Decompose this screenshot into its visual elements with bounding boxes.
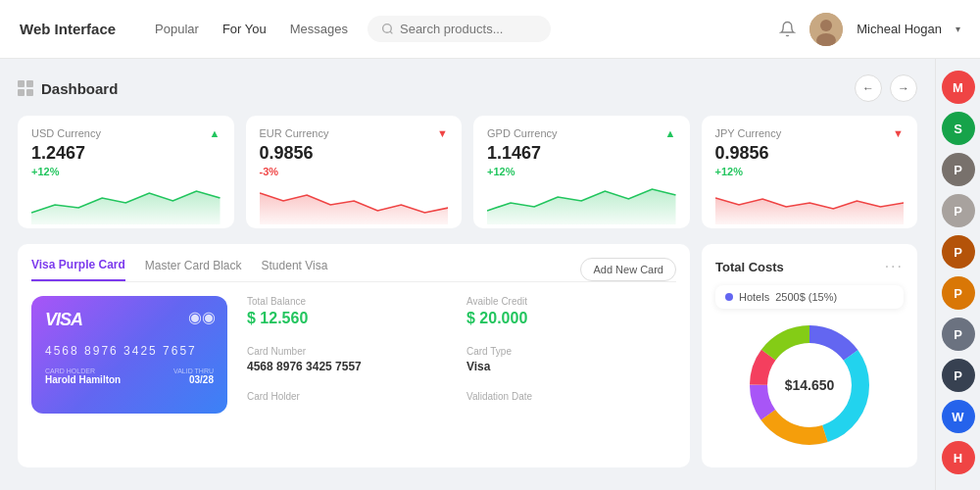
- card-holder-item: Card Holder: [247, 391, 457, 414]
- currency-card-jpy: JPY Currency ▼ 0.9856 +12%: [702, 116, 918, 228]
- mcdonalds-avatar[interactable]: M: [942, 71, 975, 104]
- dashboard-title: Dashboard: [41, 80, 118, 97]
- available-credit-label: Avaible Credit: [466, 296, 676, 307]
- person6-avatar[interactable]: P: [942, 359, 975, 392]
- tab-mastercard-black[interactable]: Master Card Black: [145, 259, 242, 280]
- total-balance-item: Total Balance $ 12.560: [247, 296, 457, 336]
- person3-avatar[interactable]: P: [942, 235, 975, 269]
- bottom-section: Visa Purple Card Master Card Black Stude…: [18, 244, 917, 467]
- app-logo: Web Interface: [20, 21, 116, 37]
- user-avatar[interactable]: [809, 13, 843, 46]
- person5-avatar[interactable]: P: [942, 318, 975, 351]
- gpd-arrow: ▲: [665, 127, 676, 139]
- jpy-label: JPY Currency: [715, 127, 782, 139]
- dots-menu-icon[interactable]: ···: [885, 258, 904, 275]
- svg-marker-6: [260, 193, 449, 224]
- total-costs-panel: Total Costs ··· Hotels 2500$ (15%): [702, 244, 917, 467]
- nav-arrows: ← →: [855, 74, 917, 102]
- grid-icon: [18, 80, 33, 96]
- main-content: Dashboard ← → USD Currency ▲ 1.2467 +12%: [0, 59, 935, 490]
- visa-expiry-label: VALID THRU: [173, 368, 214, 374]
- visa-footer: CARD HOLDER Harold Hamilton VALID THRU 0…: [45, 368, 214, 385]
- card-number-label: Card Number: [247, 346, 457, 357]
- total-costs-title: Total Costs: [715, 260, 784, 274]
- usd-arrow: ▲: [210, 127, 220, 139]
- right-sidebar: MSPPPPPPWH: [935, 59, 980, 490]
- visa-holder-label: CARD HOLDER: [45, 368, 121, 374]
- person4-avatar[interactable]: P: [942, 276, 975, 310]
- visa-holder-name: Harold Hamilton: [45, 374, 121, 385]
- validation-date-label: Validation Date: [466, 391, 676, 402]
- visa-number: 4568 8976 3425 7657: [45, 344, 214, 358]
- svg-marker-8: [715, 198, 905, 224]
- currency-card-eur: EUR Currency ▼ 0.9856 -3%: [246, 116, 463, 228]
- total-balance-value: $ 12.560: [247, 310, 457, 327]
- nav-links: Popular For You Messages: [155, 22, 348, 36]
- visa-brand: VISA: [45, 310, 82, 330]
- tab-student-visa[interactable]: Student Visa: [262, 259, 328, 280]
- next-arrow[interactable]: →: [890, 74, 917, 102]
- currency-card-usd: USD Currency ▲ 1.2467 +12%: [18, 116, 234, 228]
- donut-center-value: $14.650: [785, 377, 835, 393]
- svg-line-1: [390, 31, 392, 33]
- dashboard-header: Dashboard ← →: [18, 74, 917, 102]
- card-section: Visa Purple Card Master Card Black Stude…: [18, 244, 690, 467]
- tab-visa-purple[interactable]: Visa Purple Card: [31, 258, 125, 281]
- person2-avatar[interactable]: P: [942, 194, 975, 227]
- eur-value: 0.9856: [260, 143, 449, 164]
- usd-chart: [31, 183, 220, 224]
- walmart-avatar[interactable]: W: [942, 400, 975, 433]
- card-number-item: Card Number 4568 8976 3425 7557: [247, 346, 457, 382]
- user-name: Micheal Hogan: [857, 22, 942, 36]
- eur-chart: [260, 183, 449, 224]
- currency-card-gpd: GPD Currency ▲ 1.1467 +12%: [473, 116, 690, 228]
- total-costs-header: Total Costs ···: [715, 258, 904, 275]
- gpd-label: GPD Currency: [487, 127, 558, 139]
- top-navigation: Web Interface Popular For You Messages M…: [0, 0, 980, 59]
- available-credit-value: $ 20.000: [466, 310, 676, 327]
- search-bar[interactable]: [368, 16, 551, 42]
- usd-pct: +12%: [31, 166, 220, 177]
- hotels-badge: Hotels 2500$ (15%): [715, 285, 904, 309]
- nav-messages[interactable]: Messages: [290, 22, 348, 36]
- chevron-down-icon[interactable]: ▾: [956, 24, 960, 34]
- usd-value: 1.2467: [31, 143, 220, 164]
- search-input[interactable]: [400, 22, 537, 36]
- prev-arrow[interactable]: ←: [855, 74, 882, 102]
- eur-label: EUR Currency: [260, 127, 329, 139]
- nav-for-you[interactable]: For You: [222, 22, 267, 36]
- nav-popular[interactable]: Popular: [155, 22, 199, 36]
- total-balance-label: Total Balance: [247, 296, 457, 307]
- card-tabs: Visa Purple Card Master Card Black Stude…: [31, 258, 676, 282]
- gpd-value: 1.1467: [487, 143, 676, 164]
- card-type-item: Card Type Visa: [466, 346, 676, 382]
- usd-label: USD Currency: [31, 127, 101, 139]
- person1-avatar[interactable]: P: [942, 153, 975, 186]
- starbucks-avatar[interactable]: S: [942, 112, 975, 145]
- donut-chart: $14.650: [715, 317, 904, 454]
- gpd-chart: [487, 183, 676, 224]
- gpd-pct: +12%: [487, 166, 676, 177]
- hotels-label: Hotels: [739, 291, 769, 303]
- eur-arrow: ▼: [437, 127, 448, 139]
- search-icon: [381, 23, 394, 35]
- add-new-card-button[interactable]: Add New Card: [580, 258, 676, 281]
- svg-point-3: [820, 20, 832, 31]
- visa-card: VISA ◉◉ 4568 8976 3425 7657 CARD HOLDER …: [31, 296, 227, 414]
- jpy-value: 0.9856: [715, 143, 905, 164]
- card-type-value: Visa: [466, 360, 676, 373]
- card-number-value: 4568 8976 3425 7557: [247, 360, 457, 373]
- person7-avatar[interactable]: H: [942, 441, 975, 474]
- nfc-icon: ◉◉: [188, 308, 216, 326]
- svg-point-0: [383, 24, 392, 33]
- card-holder-label: Card Holder: [247, 391, 457, 402]
- svg-marker-5: [31, 191, 220, 224]
- bell-icon[interactable]: [779, 21, 796, 37]
- card-details: Total Balance $ 12.560 Avaible Credit $ …: [247, 296, 676, 414]
- card-type-label: Card Type: [466, 346, 676, 357]
- jpy-pct: +12%: [715, 166, 905, 177]
- hotel-dot: [725, 293, 733, 301]
- jpy-chart: [715, 183, 905, 224]
- svg-marker-7: [487, 189, 676, 224]
- currency-cards: USD Currency ▲ 1.2467 +12% EUR Currency …: [18, 116, 917, 228]
